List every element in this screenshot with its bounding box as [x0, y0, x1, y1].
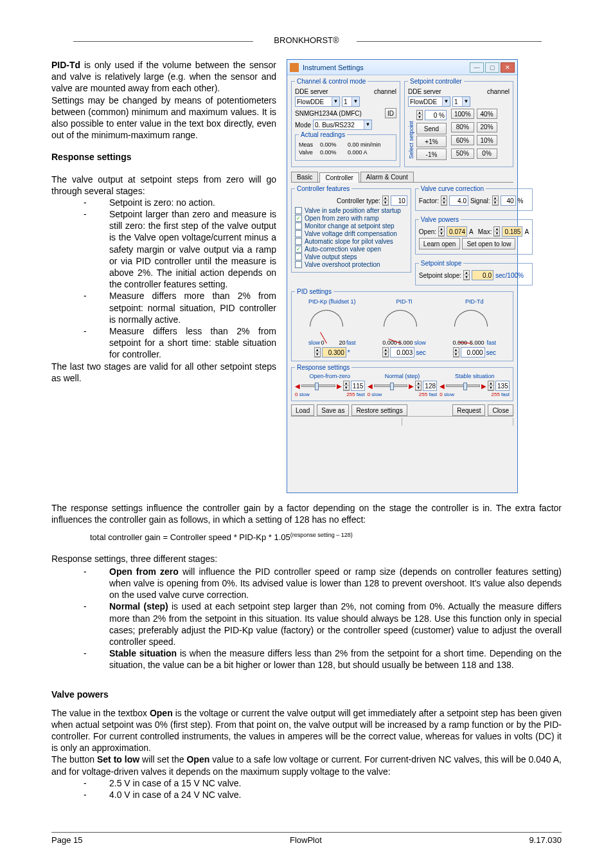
max-input[interactable]: 0.185 — [502, 226, 522, 237]
sp-60-button[interactable]: 60% — [451, 135, 474, 145]
maximize-button[interactable]: ▢ — [485, 62, 499, 73]
plus1-button[interactable]: +1% — [416, 136, 447, 147]
window-title: Instrument Settings — [303, 64, 468, 71]
pid-settings-group: PID settings PID-Kp (fluidset 1) slow020… — [291, 288, 513, 361]
norm-input[interactable]: 128 — [423, 381, 437, 391]
heading-valve-powers: Valve powers — [51, 689, 562, 700]
actual-readings-group: Actual readings Meas0.00%0.00 min/min Va… — [295, 131, 396, 161]
chk-safe-pos[interactable] — [295, 207, 302, 214]
select-setpoint-label: Select setpoint — [408, 109, 414, 160]
stage-2: Setpoint larger than zero and measure is… — [84, 208, 276, 290]
sp-80-button[interactable]: 80% — [451, 122, 474, 132]
ctrltype-input[interactable]: 10 — [391, 195, 407, 206]
tab-controller[interactable]: Controller — [319, 172, 359, 183]
sp-20-button[interactable]: 20% — [477, 122, 497, 132]
stab-spinner[interactable]: ▲▼ — [488, 381, 494, 391]
td-spinner[interactable]: ▲▼ — [453, 347, 459, 357]
para-three-stages: Response settings, three different stage… — [51, 553, 562, 565]
footer-page: Page 15 — [51, 835, 82, 845]
id-button[interactable]: ID — [385, 108, 396, 118]
max-spinner[interactable]: ▲▼ — [493, 226, 500, 237]
signal-input[interactable]: 40 — [501, 195, 516, 206]
ofz-slider[interactable] — [301, 384, 335, 387]
tab-basic[interactable]: Basic — [291, 172, 318, 182]
setpoint-controller-group: Setpoint controller DDE serverchannel Fl… — [404, 78, 513, 167]
ofz-input[interactable]: 115 — [351, 381, 365, 391]
sp-10-button[interactable]: 10% — [477, 135, 497, 145]
para-gain: The response settings influence the cont… — [51, 502, 562, 525]
channel-select[interactable]: 1▼ — [342, 96, 360, 107]
sp-spinner[interactable]: ▲▼ — [416, 110, 423, 120]
controller-features-group: Controller features Controller type:▲▼10… — [291, 185, 411, 273]
slope-spinner[interactable]: ▲▼ — [463, 270, 470, 280]
chk-drift[interactable] — [295, 230, 302, 237]
close-button[interactable]: Close — [488, 404, 513, 416]
dde-server-select[interactable]: FlowDDE▼ — [295, 96, 340, 107]
learn-open-button[interactable]: Learn open — [419, 238, 461, 249]
valve-powers-group: Valve powers Open:▲▼0.074A Max:▲▼0.185A … — [415, 216, 533, 255]
factor-input[interactable]: 4.0 — [449, 195, 468, 206]
para-open: The value in the textbox Open is the vol… — [51, 707, 562, 754]
page-header: BRONKHORST® — [51, 35, 562, 45]
stage-4: Measure differs less than 2% from setpoi… — [84, 325, 276, 361]
tab-alarm[interactable]: Alarm & Count — [360, 172, 414, 182]
pid-kp-dial[interactable] — [308, 310, 344, 339]
set-open-low-button[interactable]: Set open to low — [462, 238, 515, 249]
chk-open-ramp[interactable]: ✓ — [295, 215, 302, 222]
kp-spinner[interactable]: ▲▼ — [314, 347, 321, 357]
kp-input[interactable]: 0.300 — [322, 347, 346, 357]
ofz-spinner[interactable]: ▲▼ — [343, 381, 350, 391]
sp-value-input[interactable]: 0 % — [425, 110, 447, 120]
minus1-button[interactable]: -1% — [416, 149, 447, 160]
para-last-two: The last two stages are valid for all ot… — [51, 361, 276, 384]
restore-button[interactable]: Restore settings — [351, 404, 407, 416]
factor-spinner[interactable]: ▲▼ — [441, 195, 447, 206]
norm-spinner[interactable]: ▲▼ — [415, 381, 422, 391]
stage-stable: Stable situation is when the measure dif… — [84, 647, 562, 671]
stage-3: Measure differs more than 2% from setpoi… — [84, 290, 276, 325]
close-window-button[interactable]: ✕ — [501, 62, 515, 73]
chk-autoslope[interactable] — [295, 238, 302, 245]
chk-monitor[interactable] — [295, 222, 302, 230]
para-pidtd: PID-Td is only used if the volume betwee… — [51, 59, 276, 95]
stab-input[interactable]: 135 — [495, 381, 510, 391]
page-footer: Page 15 FlowPlot 9.17.030 — [51, 832, 562, 845]
norm-slider[interactable] — [374, 384, 408, 387]
pid-td-dial[interactable] — [453, 310, 489, 339]
open-spinner[interactable]: ▲▼ — [438, 226, 445, 237]
pid-ti-dial[interactable] — [382, 310, 418, 339]
slope-input[interactable]: 0.0 — [472, 270, 493, 280]
footer-version: 9.17.030 — [529, 835, 562, 845]
stage-ofz: Open from zero will influence the PID co… — [84, 566, 562, 601]
request-button[interactable]: Request — [452, 404, 485, 416]
chk-overshoot[interactable] — [295, 261, 302, 268]
setpoint-slope-group: Setpoint slope Setpoint slope:▲▼0.0sec/1… — [415, 260, 533, 285]
instrument-settings-window: Instrument Settings — ▢ ✕ Channel & cont… — [287, 59, 518, 493]
td-input[interactable]: 0.000 — [461, 347, 485, 357]
load-button[interactable]: Load — [291, 404, 314, 416]
para-stages-intro: The valve output at setpoint steps from … — [51, 174, 276, 197]
ti-spinner[interactable]: ▲▼ — [382, 347, 389, 357]
sp-channel-select[interactable]: 1▼ — [452, 96, 470, 107]
valve-curve-group: Valve curve correction Factor:▲▼4.0 Sign… — [415, 185, 533, 211]
saveas-button[interactable]: Save as — [317, 404, 349, 416]
minimize-button[interactable]: — — [470, 62, 484, 73]
chk-valvesteps[interactable] — [295, 253, 302, 260]
para-setlow: The button Set to low will set the Open … — [51, 754, 562, 777]
signal-spinner[interactable]: ▲▼ — [492, 195, 499, 206]
open-input[interactable]: 0.074 — [447, 226, 467, 237]
sp-0-button[interactable]: 0% — [477, 149, 497, 159]
sp-100-button[interactable]: 100% — [451, 109, 474, 119]
stage-normal: Normal (step) is used at each setpoint s… — [84, 601, 562, 647]
chk-autocorr[interactable]: ✓ — [295, 246, 302, 253]
mode-select[interactable]: 0. Bus/RS232▼ — [313, 120, 372, 130]
sp-40-button[interactable]: 40% — [477, 109, 497, 119]
ctrltype-spinner[interactable]: ▲▼ — [382, 195, 389, 206]
sp-50-button[interactable]: 50% — [451, 149, 474, 159]
send-button[interactable]: Send — [416, 123, 447, 134]
ti-input[interactable]: 0.003 — [390, 347, 414, 357]
stage-1: Setpoint is zero: no action. — [84, 197, 276, 208]
sp-dde-select[interactable]: FlowDDE▼ — [408, 96, 450, 107]
stab-slider[interactable] — [446, 384, 480, 387]
status-bar — [291, 416, 513, 426]
